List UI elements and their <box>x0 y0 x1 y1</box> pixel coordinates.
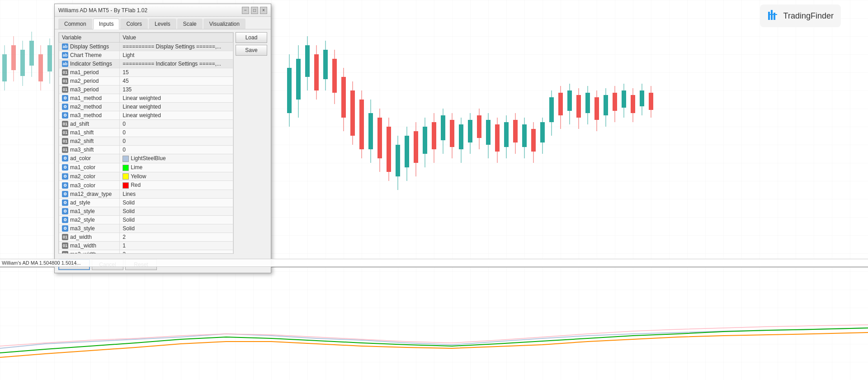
table-row[interactable]: ⚙ma1_methodLinear weighted <box>59 94 233 103</box>
tab-levels[interactable]: Levels <box>149 19 176 29</box>
variable-name: ma1_method <box>70 95 102 101</box>
palette-icon: ⚙ <box>62 104 68 110</box>
svg-rect-39 <box>450 120 454 147</box>
svg-rect-59 <box>540 122 545 142</box>
value-cell[interactable]: 45 <box>120 77 233 86</box>
table-row[interactable]: ⚙ma1_colorLime <box>59 163 233 172</box>
value-cell[interactable]: 1 <box>120 242 233 250</box>
var-cell: ⚙ad_color <box>59 154 120 163</box>
svg-rect-37 <box>441 115 445 140</box>
table-row[interactable]: ⚙ad_styleSolid <box>59 199 233 207</box>
table-row[interactable]: ⚙ma12_draw_typeLines <box>59 190 233 199</box>
variable-name: ad_width <box>70 234 92 240</box>
value-cell[interactable]: 0 <box>120 146 233 154</box>
var-cell: ⚙ma1_method <box>59 94 120 103</box>
table-row[interactable]: 01ma3_period135 <box>59 86 233 94</box>
color-swatch <box>123 165 129 171</box>
dialog-content: Variable Value abDisplay Settings=======… <box>55 29 271 256</box>
value-cell[interactable]: LightSteelBlue <box>120 154 233 163</box>
table-row[interactable]: ⚙ma1_styleSolid <box>59 207 233 216</box>
tab-inputs[interactable]: Inputs <box>93 19 120 29</box>
table-row[interactable]: 01ma2_shift0 <box>59 137 233 146</box>
value-cell[interactable]: Lines <box>120 190 233 199</box>
minimize-button[interactable]: − <box>242 7 249 14</box>
maximize-button[interactable]: □ <box>251 7 258 14</box>
var-cell: 01ma3_period <box>59 86 120 94</box>
table-row[interactable]: ⚙ma2_styleSolid <box>59 216 233 224</box>
logo-area: TradingFinder <box>760 5 841 27</box>
table-row[interactable]: ⚙ma2_methodLinear weighted <box>59 103 233 111</box>
variable-name: Display Settings <box>70 43 109 50</box>
value-cell[interactable]: Light <box>120 51 233 60</box>
value-cell[interactable]: 135 <box>120 86 233 94</box>
variable-name: ma3_shift <box>70 147 94 153</box>
close-button[interactable]: × <box>260 7 267 14</box>
table-row[interactable]: 01ma1_width1 <box>59 242 233 250</box>
table-row[interactable]: 01ma2_period45 <box>59 77 233 86</box>
value-cell[interactable]: Solid <box>120 224 233 233</box>
value-cell[interactable]: 0 <box>120 120 233 128</box>
svg-rect-47 <box>486 120 491 145</box>
table-row[interactable]: 01ad_shift0 <box>59 120 233 128</box>
table-row[interactable]: ⚙ma3_styleSolid <box>59 224 233 233</box>
palette-icon: ⚙ <box>62 208 68 214</box>
value-cell[interactable]: Solid <box>120 199 233 207</box>
table-row[interactable]: 01ma1_period15 <box>59 68 233 77</box>
value-cell[interactable]: Solid <box>120 207 233 216</box>
tab-scale[interactable]: Scale <box>177 19 203 29</box>
load-save-buttons: Load Save <box>236 32 267 254</box>
tab-colors[interactable]: Colors <box>120 19 148 29</box>
value-cell[interactable]: 0 <box>120 137 233 146</box>
dialog-titlebar: Williams AD MA MT5 - By TFlab 1.02 − □ × <box>55 4 271 17</box>
value-cell[interactable]: Lime <box>120 163 233 172</box>
value-cell[interactable]: 15 <box>120 68 233 77</box>
table-row[interactable]: ⚙ad_colorLightSteelBlue <box>59 154 233 163</box>
value-cell[interactable]: Red <box>120 181 233 190</box>
value-cell[interactable]: 2 <box>120 250 233 254</box>
table-row[interactable]: 01ma3_shift0 <box>59 146 233 154</box>
table-row[interactable]: abIndicator Settings========== Indicator… <box>59 60 233 68</box>
tab-common[interactable]: Common <box>58 19 92 29</box>
table-row[interactable]: ⚙ma3_colorRed <box>59 181 233 190</box>
table-row[interactable]: ⚙ma3_methodLinear weighted <box>59 111 233 120</box>
svg-rect-11 <box>323 50 328 79</box>
var-cell: 01ma1_period <box>59 68 120 77</box>
value-cell[interactable]: Linear weighted <box>120 94 233 103</box>
value-cell[interactable]: Yellow <box>120 172 233 181</box>
value-cell[interactable]: Solid <box>120 216 233 224</box>
table-row[interactable]: 01ad_width2 <box>59 233 233 242</box>
svg-rect-81 <box>640 90 644 106</box>
table-row[interactable]: abChart ThemeLight <box>59 51 233 60</box>
palette-icon: ⚙ <box>62 191 68 197</box>
value-cell[interactable]: 0 <box>120 128 233 137</box>
svg-rect-41 <box>459 124 463 149</box>
svg-rect-53 <box>513 120 518 142</box>
svg-rect-79 <box>631 95 635 113</box>
table-row[interactable]: ⚙ma2_colorYellow <box>59 172 233 181</box>
var-cell: ⚙ma1_color <box>59 163 120 172</box>
value-cell[interactable]: Linear weighted <box>120 103 233 111</box>
table-row[interactable]: abDisplay Settings========== Display Set… <box>59 43 233 51</box>
variable-name: ma3_period <box>70 86 99 93</box>
variable-name: ma3_color <box>70 182 95 189</box>
table-row[interactable]: 01ma2_width2 <box>59 250 233 254</box>
var-cell: 01ma2_width <box>59 250 120 254</box>
load-button[interactable]: Load <box>236 32 267 43</box>
var-cell: 01ma3_shift <box>59 146 120 154</box>
palette-icon: ⚙ <box>62 95 68 101</box>
value-cell[interactable]: Linear weighted <box>120 111 233 120</box>
variable-name: ma1_period <box>70 69 99 76</box>
svg-rect-33 <box>423 127 427 154</box>
var-cell: 01ma1_width <box>59 242 120 250</box>
variable-name: Chart Theme <box>70 52 102 58</box>
var-cell: abIndicator Settings <box>59 60 120 68</box>
value-cell[interactable]: 2 <box>120 233 233 242</box>
svg-rect-3 <box>287 68 292 113</box>
01-icon: 01 <box>62 147 68 153</box>
table-row[interactable]: 01ma1_shift0 <box>59 128 233 137</box>
svg-rect-51 <box>504 122 509 147</box>
tab-visualization[interactable]: Visualization <box>203 19 245 29</box>
params-table-container[interactable]: Variable Value abDisplay Settings=======… <box>58 32 234 254</box>
save-button[interactable]: Save <box>236 45 267 56</box>
svg-rect-5 <box>296 59 301 100</box>
